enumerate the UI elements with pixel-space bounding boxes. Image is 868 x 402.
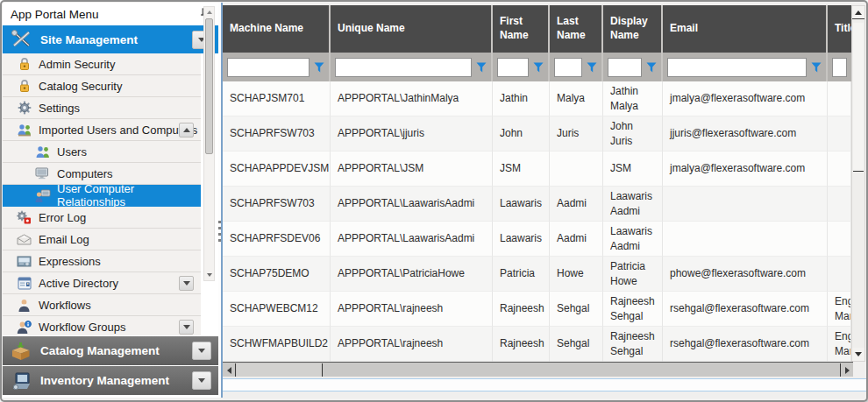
cell-last: Sehgal [550,292,603,327]
table-row[interactable]: SCHAPRFSW703APPPORTAL\LaawarisAadmiLaawa… [223,187,851,222]
grid-scroll-up-icon[interactable] [852,6,864,19]
filter-funnel-icon[interactable] [587,62,597,73]
filter-input-last[interactable] [554,58,582,77]
filter-input-first[interactable] [497,58,529,77]
catalog-management-expand-button[interactable] [192,342,211,360]
grid-vertical-scrollbar[interactable] [851,5,865,362]
filter-cell-email [663,53,828,81]
sidebar-item-user-computer-relationships[interactable]: User Computer Relationships [3,185,201,207]
lock-icon [16,57,32,72]
cell-display: Rajneesh Sehgal [603,292,663,327]
cell-machine: SCHAPRFSDEV06 [223,222,331,257]
table-row[interactable]: SCHAPAPPDEVJSMAPPPORTAL\JSMJSMJSMjmalya@… [223,152,851,187]
grid-vertical-scrollbar-thumb[interactable] [853,23,864,172]
sidebar-group-site-management[interactable]: Site Management [3,25,218,53]
expressions-icon [16,254,32,269]
column-header-email[interactable]: Email [663,5,828,53]
column-header-title[interactable]: Title [828,5,851,53]
sidebar-item-admin-security[interactable]: Admin Security [3,53,201,75]
table-row[interactable]: SCHAPJSM701APPPORTAL\JathinMalyaJathinMa… [223,81,851,116]
sidebar-item-email-log[interactable]: Email Log [3,229,201,250]
cell-display: Rajneesh Sehgal [603,327,663,362]
grid-scroll-down-icon[interactable] [852,348,864,361]
sidebar-item-catalog-security[interactable]: Catalog Security [3,75,201,97]
cell-unique: APPPORTAL\rajneesh [331,327,493,362]
sidebar-scrollbar[interactable] [203,6,215,281]
error-log-icon [16,210,32,225]
lock-icon [16,79,32,94]
cell-email: jmalya@flexerasoftware.com [663,152,828,187]
column-header-last[interactable]: Last Name [550,5,603,53]
cell-machine: SCHAPWEBCM12 [223,292,331,327]
cell-email [663,222,828,257]
sidebar-item-workflows[interactable]: Workflows [3,294,201,316]
filter-funnel-icon[interactable] [646,62,657,73]
filter-funnel-icon[interactable] [476,62,487,73]
sidebar-group-label: Site Management [40,33,138,46]
column-header-first[interactable]: First Name [493,5,550,53]
filter-funnel-icon[interactable] [533,62,544,73]
table-row[interactable]: SCHAPWEBCM12APPPORTAL\rajneeshRajneeshSe… [223,292,851,327]
table-row[interactable]: SCHWFMAPBUILD2APPPORTAL\rajneeshRajneesh… [223,327,851,362]
inventory-icon [9,370,33,391]
column-header-display[interactable]: Display Name [603,5,663,53]
site-management-icon [9,29,33,50]
sidebar-title-bar: App Portal Menu [3,3,218,25]
filter-input-display[interactable] [608,58,642,77]
table-row[interactable]: SCHAPRFSDEV06APPPORTAL\LaawarisAadmiLaaw… [223,222,851,257]
cell-title [828,187,851,222]
table-row[interactable]: SCHAPRFSW703APPPORTAL\jjurisJohnJurisJoh… [223,116,851,152]
gear-icon [16,101,32,116]
cell-email: phowe@flexerasoftware.com [663,257,828,292]
sidebar-item-workflow-groups-toggle-button[interactable] [179,320,194,335]
email-log-icon [16,232,32,247]
filter-input-email[interactable] [667,58,807,77]
cell-last: Malya [550,81,603,116]
cell-unique: APPPORTAL\LaawarisAadmi [331,222,493,257]
sidebar-group-inventory-management[interactable]: Inventory Management [3,366,218,395]
cell-title [828,116,851,152]
inventory-management-expand-button[interactable] [192,371,211,390]
cell-first: JSM [493,152,550,187]
sidebar-group-catalog-management[interactable]: Catalog Management [3,336,218,365]
sidebar-scroll-down-icon[interactable] [204,270,214,280]
grid-body: SCHAPJSM701APPPORTAL\JathinMalyaJathinMa… [223,81,851,362]
sidebar-item-active-directory-toggle-button[interactable] [179,276,194,291]
sidebar-item-users[interactable]: Users [3,141,201,163]
cell-unique: APPPORTAL\LaawarisAadmi [331,187,493,222]
cell-last: Howe [550,257,603,292]
sidebar-item-workflow-groups[interactable]: Workflow Groups [3,316,201,335]
cell-title: Engineering Manager [828,327,851,362]
filter-cell-machine [223,53,331,81]
sidebar-group-label: Catalog Management [40,344,160,357]
table-row[interactable]: SCHAP75DEMOAPPPORTAL\PatriciaHowePatrici… [223,257,851,292]
cell-title [828,152,851,187]
sidebar-item-imported-users-and-computers-toggle-button[interactable] [179,123,194,138]
grid-horizontal-scrollbar-thumb[interactable] [237,363,323,377]
grid-horizontal-scrollbar[interactable] [223,362,853,377]
cell-email: jjuris@flexerasoftware.com [663,116,828,152]
sidebar-scrollbar-thumb[interactable] [205,18,213,154]
filter-input-title[interactable] [832,58,847,77]
cell-unique: APPPORTAL\PatriciaHowe [331,257,493,292]
grid-scroll-left-icon[interactable] [223,363,236,377]
cell-email: rsehgal@flexerasoftware.com [663,292,828,327]
filter-funnel-icon[interactable] [811,62,822,73]
filter-input-unique[interactable] [335,58,472,77]
filter-funnel-icon[interactable] [314,62,324,73]
workflow-groups-icon [16,320,32,335]
sidebar-item-imported-users-and-computers[interactable]: Imported Users and Computers [3,119,201,141]
cell-machine: SCHWFMAPBUILD2 [223,327,331,362]
sidebar-item-active-directory[interactable]: Active Directory [3,272,201,294]
column-header-unique[interactable]: Unique Name [331,5,493,53]
sidebar-item-settings[interactable]: Settings [3,97,201,119]
sidebar-item-error-log[interactable]: Error Log [3,207,201,229]
active-directory-icon [16,276,32,291]
sidebar-scroll-up-icon[interactable] [204,7,214,18]
computer-icon [34,166,51,181]
column-header-machine[interactable]: Machine Name [223,5,331,53]
cell-last [550,152,603,187]
grid-scroll-right-icon[interactable] [840,363,853,377]
filter-input-machine[interactable] [227,58,309,77]
sidebar-item-expressions[interactable]: Expressions [3,250,201,272]
